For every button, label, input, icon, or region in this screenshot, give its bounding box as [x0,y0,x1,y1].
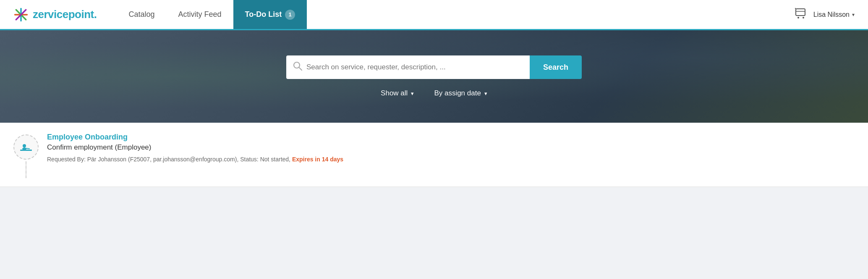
svg-point-11 [23,144,26,147]
svg-rect-9 [20,150,32,151]
svg-line-8 [299,68,302,71]
todo-item-icon-wrap [13,134,39,160]
nav-catalog[interactable]: Catalog [117,0,166,29]
nav-right: Lisa Nilsson ▾ [795,8,855,21]
sort-chevron-icon: ▾ [484,90,487,97]
filter-row: Show all ▾ By assign date ▾ [381,89,487,97]
nav-activity-feed[interactable]: Activity Feed [167,0,233,29]
todo-item-title[interactable]: Employee Onboarding [47,133,855,142]
search-input[interactable] [306,63,523,71]
timeline-col [13,133,39,178]
brand: zervicepoint. [13,7,97,22]
nav-links: Catalog Activity Feed To-Do List 1 [117,0,795,29]
search-input-wrap [286,55,530,79]
todo-content: Employee Onboarding Confirm employment (… [0,123,868,187]
todo-item-expires: Expires in 14 days [292,156,343,163]
user-menu-chevron-icon: ▾ [852,12,855,18]
svg-point-6 [803,17,804,18]
table-row: Employee Onboarding Confirm employment (… [0,123,868,187]
todo-item-content: Employee Onboarding Confirm employment (… [47,133,855,163]
sort-filter[interactable]: By assign date ▾ [434,89,487,97]
nav-todo-list[interactable]: To-Do List 1 [233,0,307,29]
brand-name: zervicepoint. [33,8,97,21]
navbar: zervicepoint. Catalog Activity Feed To-D… [0,0,868,30]
show-all-chevron-icon: ▾ [411,90,414,97]
employee-onboarding-icon [18,140,34,155]
search-button[interactable]: Search [530,55,582,79]
user-name[interactable]: Lisa Nilsson ▾ [813,11,855,18]
cart-icon[interactable] [795,8,807,21]
todo-item-meta: Requested By: Pär Johansson (F25007, par… [47,156,855,163]
timeline-line [26,161,26,178]
show-all-filter[interactable]: Show all ▾ [381,89,414,97]
svg-point-10 [22,147,26,150]
svg-point-5 [797,17,799,18]
todo-badge: 1 [285,10,295,20]
svg-rect-4 [796,9,805,16]
hero-banner: Search Show all ▾ By assign date ▾ [0,30,868,123]
search-row: Search [286,55,582,79]
search-icon [293,61,302,73]
brand-logo-icon [13,7,29,22]
todo-item-subtitle: Confirm employment (Employee) [47,143,855,152]
